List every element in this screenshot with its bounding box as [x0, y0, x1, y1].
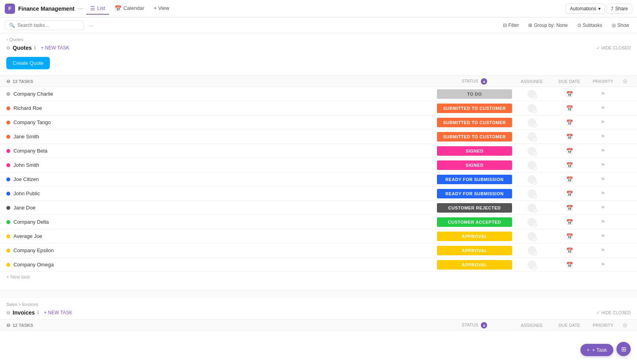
task-status-badge[interactable]: SUBMITTED TO CUSTOMER	[437, 104, 512, 113]
filter-button[interactable]: ⊟ Filter	[500, 21, 522, 30]
task-assignee-cell[interactable]	[512, 118, 552, 127]
flag-icon[interactable]: ⚑	[601, 219, 605, 225]
col-add-button[interactable]: ⊕	[619, 77, 631, 85]
avatar[interactable]	[527, 175, 536, 184]
invoices-col-add-button[interactable]: ⊕	[619, 321, 631, 329]
task-row[interactable]: Joe Citizen ≡ READY FOR SUBMISSION 📅 ⚑	[0, 172, 637, 187]
calendar-icon[interactable]: 📅	[566, 262, 573, 268]
quotes-new-task-button[interactable]: + NEW TASK	[38, 44, 72, 51]
avatar[interactable]	[527, 161, 536, 170]
task-status-badge[interactable]: SUBMITTED TO CUSTOMER	[437, 118, 512, 127]
task-status-badge[interactable]: SIGNED	[437, 146, 512, 156]
calendar-icon[interactable]: 📅	[566, 148, 573, 154]
flag-icon[interactable]: ⚑	[601, 247, 605, 253]
breadcrumb-quotes[interactable]: Quotes	[9, 37, 23, 42]
task-duedate-cell[interactable]: 📅	[552, 105, 587, 111]
quotes-collapse-icon[interactable]: ⊖	[6, 45, 10, 51]
calendar-icon[interactable]: 📅	[566, 190, 573, 197]
task-assignee-cell[interactable]	[512, 246, 552, 255]
calendar-icon[interactable]: 📅	[566, 119, 573, 126]
avatar[interactable]	[527, 246, 536, 255]
task-assignee-cell[interactable]	[512, 204, 552, 212]
flag-icon[interactable]: ⚑	[601, 91, 605, 97]
task-assignee-cell[interactable]	[512, 218, 552, 226]
task-row[interactable]: Richard Roe ≡ SUBMITTED TO CUSTOMER 📅 ⚑	[0, 101, 637, 115]
task-assignee-cell[interactable]	[512, 175, 552, 184]
task-assignee-cell[interactable]	[512, 132, 552, 141]
task-status-badge[interactable]: APPROVAL	[437, 246, 512, 255]
quotes-hide-closed-button[interactable]: ✓ HIDE CLOSED	[596, 45, 631, 51]
quotes-info-icon[interactable]: ℹ	[34, 45, 36, 51]
status-sort-icon[interactable]: ▲	[481, 78, 487, 85]
task-duedate-cell[interactable]: 📅	[552, 91, 587, 97]
groupby-button[interactable]: ⊞ Group by: None	[525, 21, 571, 30]
search-wrap[interactable]: 🔍	[5, 21, 84, 30]
task-duedate-cell[interactable]: 📅	[552, 148, 587, 154]
task-duedate-cell[interactable]: 📅	[552, 119, 587, 126]
calendar-icon[interactable]: 📅	[566, 233, 573, 240]
task-assignee-cell[interactable]	[512, 232, 552, 241]
avatar[interactable]	[527, 147, 536, 155]
task-status-badge[interactable]: CUSTOMER ACCEPTED	[437, 217, 512, 227]
calendar-icon[interactable]: 📅	[566, 134, 573, 140]
task-assignee-cell[interactable]	[512, 161, 552, 170]
task-duedate-cell[interactable]: 📅	[552, 205, 587, 211]
avatar[interactable]	[527, 260, 536, 269]
calendar-icon[interactable]: 📅	[566, 205, 573, 211]
task-status-badge[interactable]: TO DO	[437, 89, 512, 99]
task-row[interactable]: Jane Smith ≡ SUBMITTED TO CUSTOMER 📅 ⚑	[0, 130, 637, 144]
task-status-badge[interactable]: SIGNED	[437, 160, 512, 170]
avatar[interactable]	[527, 232, 536, 241]
search-more-icon[interactable]: ···	[89, 22, 93, 28]
create-quote-button[interactable]: Create Quote	[6, 57, 50, 69]
task-priority-cell[interactable]: ⚑	[587, 233, 619, 239]
calendar-icon[interactable]: 📅	[566, 176, 573, 183]
task-assignee-cell[interactable]	[512, 90, 552, 98]
flag-icon[interactable]: ⚑	[601, 148, 605, 154]
invoices-add-column-icon[interactable]: ⊕	[622, 322, 628, 328]
flag-icon[interactable]: ⚑	[601, 105, 605, 111]
task-status-badge[interactable]: SUBMITTED TO CUSTOMER	[437, 132, 512, 141]
quotes-add-task-row[interactable]: + New task	[0, 272, 637, 282]
task-assignee-cell[interactable]	[512, 189, 552, 198]
task-priority-cell[interactable]: ⚑	[587, 148, 619, 154]
task-status-badge[interactable]: READY FOR SUBMISSION	[437, 189, 512, 198]
task-row[interactable]: Jane Doe ≡ CUSTOMER REJECTED 📅 ⚑	[0, 201, 637, 215]
task-priority-cell[interactable]: ⚑	[587, 91, 619, 97]
task-duedate-cell[interactable]: 📅	[552, 176, 587, 183]
task-priority-cell[interactable]: ⚑	[587, 205, 619, 211]
task-assignee-cell[interactable]	[512, 104, 552, 113]
calendar-icon[interactable]: 📅	[566, 162, 573, 168]
task-row[interactable]: Company Charlie ≡ TO DO 📅 ⚑	[0, 87, 637, 101]
avatar[interactable]	[527, 90, 536, 98]
task-duedate-cell[interactable]: 📅	[552, 134, 587, 140]
task-duedate-cell[interactable]: 📅	[552, 190, 587, 197]
task-row[interactable]: John Smith ≡ SIGNED 📅 ⚑	[0, 158, 637, 172]
task-status-badge[interactable]: READY FOR SUBMISSION	[437, 175, 512, 184]
invoices-collapse-icon[interactable]: ⊖	[6, 310, 10, 315]
invoices-new-task-button[interactable]: + NEW TASK	[42, 309, 75, 316]
avatar[interactable]	[527, 218, 536, 226]
flag-icon[interactable]: ⚑	[601, 162, 605, 168]
task-row[interactable]: John Public ≡ READY FOR SUBMISSION 📅 ⚑	[0, 187, 637, 201]
task-priority-cell[interactable]: ⚑	[587, 119, 619, 125]
task-duedate-cell[interactable]: 📅	[552, 262, 587, 268]
task-priority-cell[interactable]: ⚑	[587, 134, 619, 140]
task-duedate-cell[interactable]: 📅	[552, 233, 587, 240]
flag-icon[interactable]: ⚑	[601, 119, 605, 125]
task-priority-cell[interactable]: ⚑	[587, 247, 619, 253]
task-duedate-cell[interactable]: 📅	[552, 247, 587, 254]
invoices-hide-closed-button[interactable]: ✓ HIDE CLOSED	[596, 310, 631, 315]
task-priority-cell[interactable]: ⚑	[587, 190, 619, 196]
avatar[interactable]	[527, 104, 536, 113]
task-assignee-cell[interactable]	[512, 147, 552, 155]
task-priority-cell[interactable]: ⚑	[587, 105, 619, 111]
show-button[interactable]: ◎ Show	[609, 21, 632, 30]
calendar-icon[interactable]: 📅	[566, 105, 573, 111]
subtasks-button[interactable]: ⊙ Subtasks	[574, 21, 605, 30]
task-priority-cell[interactable]: ⚑	[587, 162, 619, 168]
invoices-task-count-collapse[interactable]: ⊖	[6, 323, 10, 328]
task-duedate-cell[interactable]: 📅	[552, 219, 587, 225]
avatar[interactable]	[527, 118, 536, 127]
flag-icon[interactable]: ⚑	[601, 233, 605, 239]
